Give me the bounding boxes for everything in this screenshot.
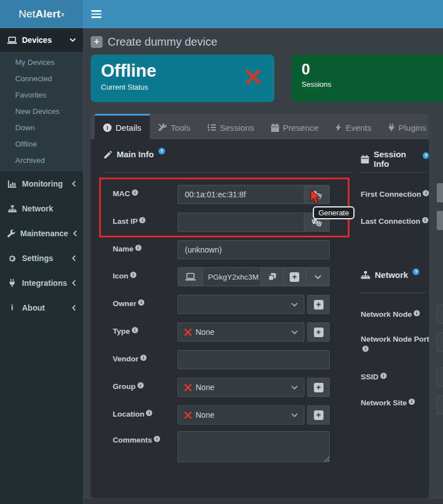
info-circle-icon[interactable]: i xyxy=(130,272,136,278)
current-status-card[interactable]: Offline Current Status xyxy=(91,55,274,102)
info-circle-icon[interactable]: i xyxy=(422,217,428,223)
owner-row: Owneri + xyxy=(113,295,352,314)
info-circle-icon[interactable]: i xyxy=(140,355,147,361)
info-circle-icon[interactable]: i xyxy=(138,382,144,388)
network-node-select[interactable] xyxy=(437,304,443,324)
tab-label: Presence xyxy=(283,123,318,132)
sidebar-item-integrations[interactable]: Integrations xyxy=(0,271,83,295)
info-circle-icon[interactable]: i xyxy=(409,399,415,405)
brand-sup: x xyxy=(61,11,64,17)
generate-mac-button[interactable] xyxy=(304,185,330,204)
status-label: Current Status xyxy=(101,83,264,91)
add-group-button[interactable]: + xyxy=(307,378,330,397)
group-select[interactable]: None xyxy=(178,378,304,397)
section-title: Network xyxy=(375,270,408,280)
add-type-button[interactable]: + xyxy=(307,322,330,342)
tab-presence[interactable]: Presence xyxy=(263,114,327,139)
sidebar-item-new-devices[interactable]: New Devices xyxy=(0,103,83,120)
sidebar-item-offline[interactable]: Offline xyxy=(0,136,83,152)
ssid-input[interactable] xyxy=(437,368,443,387)
sidebar-menu: Monitoring Network Maintenance Settings xyxy=(0,171,83,320)
plus-square-icon: + xyxy=(91,36,103,48)
info-circle-icon[interactable]: i xyxy=(135,245,141,251)
add-owner-button[interactable]: + xyxy=(307,295,330,314)
vendor-row: Vendori xyxy=(113,350,352,369)
vendor-input[interactable] xyxy=(178,350,330,369)
network-node-label: Network Nodei xyxy=(361,309,435,320)
info-circle-icon[interactable]: i xyxy=(146,410,152,416)
info-circle-icon[interactable]: i xyxy=(132,189,138,196)
last-ip-input[interactable] xyxy=(178,213,304,232)
tab-events[interactable]: Events xyxy=(327,114,380,139)
tab-details[interactable]: i Details xyxy=(95,114,150,139)
info-circle-icon[interactable]: i xyxy=(362,346,369,352)
brand-logo[interactable]: NetAlertx xyxy=(0,0,83,28)
generate-tooltip: Generate xyxy=(313,206,355,219)
question-circle-icon[interactable]: ? xyxy=(423,152,429,159)
chevron-down-icon xyxy=(70,38,76,42)
tab-tools[interactable]: Tools xyxy=(150,114,199,139)
tab-label: Events xyxy=(345,123,371,132)
sidebar-item-settings[interactable]: Settings xyxy=(0,246,83,271)
info-circle-icon[interactable]: i xyxy=(138,299,144,306)
chevron-down-icon xyxy=(291,330,298,334)
icon-dropdown-button[interactable] xyxy=(306,267,330,286)
plug-icon xyxy=(388,123,395,131)
sidebar-item-connected[interactable]: Connected xyxy=(0,70,83,87)
chevron-down-icon xyxy=(291,386,298,390)
info-circle-icon[interactable]: i xyxy=(139,217,145,223)
info-circle-icon: i xyxy=(103,123,112,132)
sidebar-item-devices[interactable]: Devices xyxy=(0,28,83,52)
info-circle-icon[interactable]: i xyxy=(132,327,138,333)
laptop-icon xyxy=(7,37,17,44)
red-x-icon xyxy=(184,384,192,391)
network-node-port-input[interactable] xyxy=(437,333,443,352)
info-circle-icon[interactable]: i xyxy=(380,373,387,379)
sidebar-item-about[interactable]: i About xyxy=(0,295,83,320)
comments-textarea[interactable] xyxy=(178,431,330,462)
sidebar-item-favorites[interactable]: Favorites xyxy=(0,87,83,103)
main-content: + Create dummy device Offline Current St… xyxy=(83,28,443,504)
sidebar-item-my-devices[interactable]: My Devices xyxy=(0,54,83,70)
location-row: Locationi None + xyxy=(113,405,352,425)
add-icon-button[interactable]: + xyxy=(283,267,306,286)
sidebar: Devices My Devices Connected Favorites N… xyxy=(0,28,83,504)
location-select[interactable]: None xyxy=(178,405,304,425)
hamburger-icon[interactable] xyxy=(91,8,101,20)
tab-plugins[interactable]: Plugins xyxy=(380,114,435,139)
sessions-card[interactable]: 0 Sessions xyxy=(291,55,443,102)
info-circle-icon[interactable]: i xyxy=(414,310,420,316)
icon-select[interactable]: PGkgY2xhc3M xyxy=(203,267,261,286)
menu-label: Monitoring xyxy=(22,179,63,188)
name-input[interactable] xyxy=(178,240,330,259)
section-title: Session Info xyxy=(374,149,418,169)
sidebar-item-maintenance[interactable]: Maintenance xyxy=(0,221,83,246)
icon-preview-button[interactable] xyxy=(178,267,203,286)
owner-select[interactable] xyxy=(178,295,304,314)
mac-input[interactable] xyxy=(178,185,304,204)
info-circle-icon[interactable]: i xyxy=(154,436,160,442)
network-site-input[interactable] xyxy=(437,395,443,414)
sidebar-item-monitoring[interactable]: Monitoring xyxy=(0,171,83,196)
type-select[interactable]: None xyxy=(178,322,304,342)
last-connection-label: Last Connectioni xyxy=(361,216,435,227)
question-circle-icon[interactable]: ? xyxy=(413,268,419,275)
copy-icon-button[interactable] xyxy=(261,267,283,286)
sidebar-item-down[interactable]: Down xyxy=(0,120,83,136)
add-location-button[interactable]: + xyxy=(307,405,330,425)
sidebar-item-network[interactable]: Network xyxy=(0,196,83,221)
chevron-down-icon xyxy=(314,275,321,279)
name-label: Namei xyxy=(113,240,178,253)
tab-sessions[interactable]: Sessions xyxy=(199,114,263,139)
first-connection-input[interactable] xyxy=(437,183,443,202)
info-circle-icon[interactable]: i xyxy=(423,190,429,196)
location-label: Locationi xyxy=(113,405,178,418)
last-connection-input[interactable] xyxy=(437,211,443,230)
question-circle-icon[interactable]: ? xyxy=(158,148,165,154)
sidebar-devices-label: Devices xyxy=(22,36,52,45)
tab-label: Plugins xyxy=(398,123,426,132)
brand-net: Net xyxy=(19,8,36,20)
sidebar-item-archived[interactable]: Archived xyxy=(0,152,83,169)
wrench-icon xyxy=(7,229,15,237)
group-row: Groupi None + xyxy=(113,378,352,397)
